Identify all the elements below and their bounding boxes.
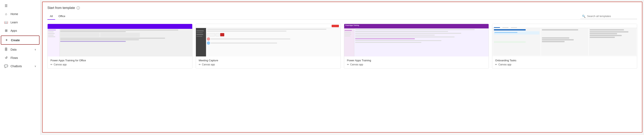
learn-icon: 📖 xyxy=(4,20,8,24)
canvas-icon: ✏ xyxy=(50,63,52,66)
card-type: ✏ Canvas app xyxy=(495,63,634,66)
preview-content xyxy=(60,30,192,56)
preview-col xyxy=(493,28,540,56)
chevron-down-icon: ∨ xyxy=(34,65,36,68)
preview-inner xyxy=(492,24,637,56)
card-type: ✏ Canvas app xyxy=(50,63,190,66)
preview-tabs xyxy=(492,24,637,28)
sidebar-item-flows[interactable]: ↺ Flows xyxy=(1,54,40,62)
card-preview: PowerApps Training xyxy=(344,24,489,56)
preview-inner xyxy=(48,24,192,56)
preview-content xyxy=(355,29,488,56)
sidebar-item-learn[interactable]: 📖 Learn xyxy=(1,18,40,26)
card-info: Power Apps Training ✏ Canvas app xyxy=(344,56,489,68)
chevron-down-icon: ∨ xyxy=(34,48,36,51)
preview-top-bar xyxy=(196,24,340,28)
template-card[interactable]: Onboarding Tasks ✏ Canvas app xyxy=(492,24,637,69)
card-name: Power Apps Training for Office xyxy=(50,59,190,62)
section-header: Start from template i xyxy=(48,6,637,10)
preview-sidebar xyxy=(48,29,60,56)
card-info: Meeting Capture ✏ Canvas app xyxy=(196,56,340,68)
card-preview xyxy=(492,24,637,56)
template-card[interactable]: Power Apps Training for Office ✏ Canvas … xyxy=(48,24,192,69)
preview-col xyxy=(541,28,588,56)
preview-header-bar: PowerApps Training xyxy=(344,24,489,28)
preview-inner xyxy=(196,24,340,56)
chatbots-icon: 💬 xyxy=(4,64,8,68)
search-box[interactable]: 🔍 xyxy=(580,14,637,19)
card-name: Meeting Capture xyxy=(199,59,338,62)
sidebar-hamburger[interactable]: ☰ xyxy=(1,2,40,10)
preview-left-panel xyxy=(196,28,206,56)
tabs-bar: All Office 🔍 xyxy=(48,13,637,20)
sidebar-item-chatbots[interactable]: 💬 Chatbots ∨ xyxy=(1,62,40,70)
sidebar-item-label: Home xyxy=(10,12,18,16)
card-type-label: Canvas app xyxy=(350,63,363,66)
info-icon[interactable]: i xyxy=(76,6,80,10)
preview-header-bar xyxy=(48,24,192,29)
data-icon: 🗄 xyxy=(4,48,8,51)
preview-tab xyxy=(502,27,508,28)
preview-sidebar xyxy=(344,28,354,56)
card-name: Onboarding Tasks xyxy=(495,59,634,62)
sidebar-item-label: Data xyxy=(10,48,16,51)
home-icon: ⌂ xyxy=(4,12,8,16)
hamburger-icon: ☰ xyxy=(4,4,8,8)
canvas-icon: ✏ xyxy=(495,63,497,66)
sidebar-item-label: Flows xyxy=(10,56,18,59)
card-info: Onboarding Tasks ✏ Canvas app xyxy=(492,56,637,68)
sidebar: ☰ ⌂ Home 📖 Learn ⊞ Apps ＋ Create 🗄 Data … xyxy=(0,0,40,135)
sidebar-item-apps[interactable]: ⊞ Apps xyxy=(1,27,40,35)
tab-list: All Office xyxy=(48,13,68,20)
preview-tab xyxy=(511,27,517,28)
card-type: ✏ Canvas app xyxy=(199,63,338,66)
card-name: Power Apps Training xyxy=(347,59,486,62)
preview-col xyxy=(589,28,636,56)
flows-icon: ↺ xyxy=(4,56,8,60)
apps-icon: ⊞ xyxy=(4,29,8,33)
canvas-icon: ✏ xyxy=(347,63,349,66)
template-card[interactable]: Meeting Capture ✏ Canvas app xyxy=(196,24,341,69)
card-type: ✏ Canvas app xyxy=(347,63,486,66)
card-type-label: Canvas app xyxy=(498,63,511,66)
template-section: Start from template i All Office 🔍 xyxy=(42,2,642,132)
search-input[interactable] xyxy=(587,15,628,18)
section-title: Start from template xyxy=(48,6,75,10)
tab-office[interactable]: Office xyxy=(56,13,68,20)
sidebar-item-label: Apps xyxy=(10,29,17,32)
preview-inner: PowerApps Training xyxy=(344,24,489,56)
sidebar-item-create[interactable]: ＋ Create xyxy=(1,36,40,45)
sidebar-item-label: Chatbots xyxy=(10,65,22,68)
cards-grid: Power Apps Training for Office ✏ Canvas … xyxy=(48,24,637,69)
sidebar-item-label: Learn xyxy=(10,21,18,24)
sidebar-item-home[interactable]: ⌂ Home xyxy=(1,10,40,18)
preview-content xyxy=(207,29,340,56)
sidebar-item-label: Create xyxy=(11,39,20,42)
card-type-label: Canvas app xyxy=(54,63,67,66)
create-icon: ＋ xyxy=(4,38,8,42)
tab-all[interactable]: All xyxy=(48,13,55,20)
search-icon: 🔍 xyxy=(582,15,586,18)
template-card[interactable]: PowerApps Training xyxy=(344,24,489,69)
preview-tab xyxy=(494,27,500,28)
canvas-icon: ✏ xyxy=(199,63,201,66)
sidebar-item-data[interactable]: 🗄 Data ∨ xyxy=(1,46,40,53)
card-preview xyxy=(196,24,340,56)
main-content: Start from template i All Office 🔍 xyxy=(40,0,644,135)
preview-columns xyxy=(493,28,636,56)
card-preview xyxy=(48,24,192,56)
card-type-label: Canvas app xyxy=(202,63,215,66)
preview-button xyxy=(332,25,339,27)
card-info: Power Apps Training for Office ✏ Canvas … xyxy=(48,56,192,68)
